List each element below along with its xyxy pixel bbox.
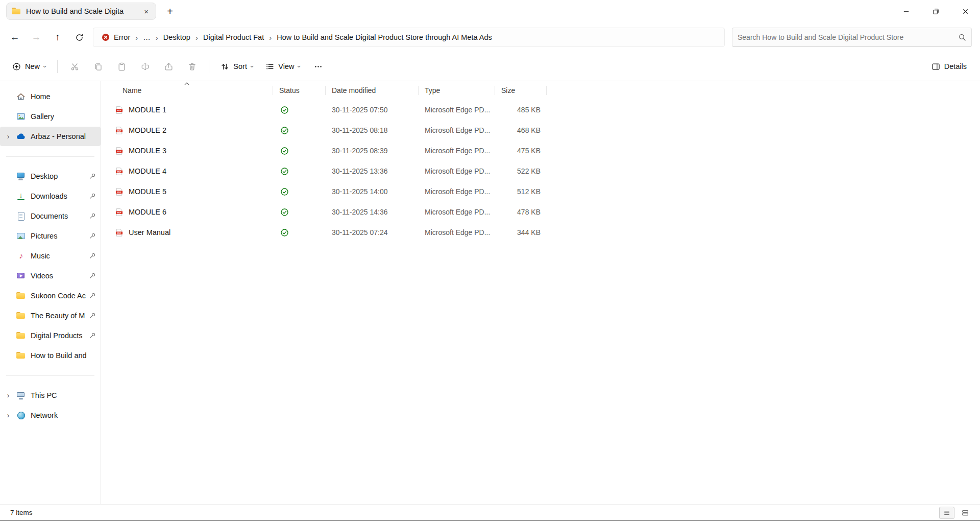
- sync-error-icon: [102, 33, 110, 41]
- search-icon[interactable]: [958, 33, 966, 41]
- videos-icon: [16, 271, 26, 280]
- music-icon: [16, 251, 26, 260]
- sync-status-icon: [280, 228, 289, 237]
- large-icons-view-toggle[interactable]: [958, 507, 973, 519]
- more-options-button[interactable]: [308, 57, 329, 76]
- svg-text:PDF: PDF: [117, 130, 121, 132]
- delete-button[interactable]: [181, 57, 203, 76]
- file-date-modified: 30-11-2025 07:50: [326, 106, 419, 114]
- folder-icon: [12, 7, 21, 16]
- file-rows: PDF MODULE 1 30-11-2025 07:50 Microsoft …: [101, 100, 980, 243]
- file-name: User Manual: [129, 228, 170, 236]
- column-header-type[interactable]: Type: [419, 81, 495, 100]
- sidebar-item-pictures[interactable]: Pictures: [0, 226, 101, 246]
- file-size: 512 KB: [495, 187, 547, 196]
- up-button[interactable]: ↑: [47, 28, 68, 47]
- chevron-right-icon[interactable]: ›: [0, 412, 16, 419]
- view-button[interactable]: View ›: [260, 57, 306, 76]
- view-toggles: [939, 507, 973, 519]
- pin-icon: [87, 212, 97, 220]
- column-header-date-modified[interactable]: Date modified: [326, 81, 419, 100]
- new-tab-button[interactable]: +: [162, 4, 178, 19]
- sidebar-item-documents[interactable]: Documents: [0, 206, 101, 226]
- file-row[interactable]: PDF MODULE 1 30-11-2025 07:50 Microsoft …: [101, 100, 980, 120]
- explorer-tab[interactable]: How to Build and Scale Digita ×: [6, 3, 156, 20]
- rename-button[interactable]: [134, 57, 156, 76]
- file-explorer-window: How to Build and Scale Digita × + ← → ↑: [0, 0, 980, 521]
- paste-button[interactable]: [111, 57, 132, 76]
- file-type: Microsoft Edge PD...: [419, 106, 495, 114]
- chevron-down-icon: ›: [42, 65, 48, 67]
- maximize-restore-button[interactable]: [921, 0, 950, 22]
- breadcrumb-segment-current[interactable]: How to Build and Scale Digital Product S…: [273, 31, 496, 44]
- sidebar-item-how-to-build-and-s[interactable]: How to Build and S: [0, 346, 101, 365]
- sort-button[interactable]: Sort ›: [215, 57, 258, 76]
- breadcrumb-collapsed[interactable]: …: [139, 31, 155, 44]
- sidebar-item-network[interactable]: › Network: [0, 406, 101, 425]
- file-row[interactable]: PDF MODULE 5 30-11-2025 14:00 Microsoft …: [101, 181, 980, 202]
- sidebar-item-onedrive[interactable]: › Arbaz - Personal: [0, 127, 101, 146]
- sidebar-item-digital-products[interactable]: Digital Products: [0, 326, 101, 345]
- file-type: Microsoft Edge PD...: [419, 208, 495, 216]
- toolbar-divider: [209, 60, 209, 73]
- column-header-status[interactable]: Status: [273, 81, 326, 100]
- forward-button[interactable]: →: [26, 28, 47, 47]
- file-date-modified: 30-11-2025 14:00: [326, 187, 419, 196]
- chevron-right-icon[interactable]: ›: [0, 133, 16, 140]
- tab-close-icon[interactable]: ×: [142, 7, 151, 16]
- main-content: Home Gallery ›: [0, 81, 980, 504]
- minimize-button[interactable]: [891, 0, 921, 22]
- file-type: Microsoft Edge PD...: [419, 167, 495, 175]
- file-row[interactable]: PDF MODULE 2 30-11-2025 08:18 Microsoft …: [101, 120, 980, 140]
- column-header-name[interactable]: Name: [101, 81, 273, 100]
- column-headers: Name Status Date modified Type Size: [101, 81, 980, 100]
- window-controls: [891, 0, 980, 22]
- sidebar-item-desktop[interactable]: Desktop: [0, 167, 101, 186]
- file-row[interactable]: PDF MODULE 3 30-11-2025 08:39 Microsoft …: [101, 140, 980, 161]
- back-button[interactable]: ←: [4, 28, 26, 47]
- sidebar-section-divider: [0, 366, 101, 385]
- file-type: Microsoft Edge PD...: [419, 147, 495, 155]
- this-pc-icon: [16, 391, 26, 400]
- network-icon: [16, 411, 26, 420]
- chevron-right-icon[interactable]: ›: [0, 392, 16, 399]
- svg-text:PDF: PDF: [117, 109, 121, 111]
- sidebar-item-gallery[interactable]: Gallery: [0, 107, 101, 126]
- copy-button[interactable]: [87, 57, 109, 76]
- file-date-modified: 30-11-2025 08:39: [326, 147, 419, 155]
- pin-icon: [87, 252, 97, 259]
- search-input[interactable]: [738, 33, 954, 41]
- new-button[interactable]: New ›: [7, 57, 51, 76]
- sidebar-item-music[interactable]: Music: [0, 246, 101, 266]
- sidebar-item-this-pc[interactable]: › This PC: [0, 386, 101, 405]
- sync-status-icon: [280, 208, 289, 217]
- address-bar[interactable]: Error › … › Desktop › Digital Product Fa…: [93, 28, 725, 47]
- breadcrumb-error-chip[interactable]: Error: [97, 31, 134, 44]
- cut-button[interactable]: [64, 57, 85, 76]
- pin-icon: [87, 173, 97, 180]
- file-row[interactable]: PDF MODULE 4 30-11-2025 13:36 Microsoft …: [101, 161, 980, 181]
- sidebar-item-downloads[interactable]: Downloads: [0, 186, 101, 206]
- breadcrumb-segment-desktop[interactable]: Desktop: [159, 31, 194, 44]
- refresh-button[interactable]: [68, 28, 90, 47]
- file-name: MODULE 2: [129, 126, 166, 134]
- pin-icon: [87, 292, 97, 299]
- tab-title: How to Build and Scale Digita: [26, 7, 137, 15]
- sidebar-item-home[interactable]: Home: [0, 87, 101, 106]
- share-button[interactable]: [158, 57, 179, 76]
- file-row[interactable]: PDF MODULE 6 30-11-2025 14:36 Microsoft …: [101, 202, 980, 222]
- sidebar-item-videos[interactable]: Videos: [0, 266, 101, 286]
- sync-status-icon: [280, 126, 289, 135]
- details-pane-icon: [932, 62, 940, 71]
- details-view-toggle[interactable]: [939, 507, 954, 519]
- file-row[interactable]: PDF User Manual 30-11-2025 07:24 Microso…: [101, 222, 980, 243]
- details-pane-button[interactable]: Details: [926, 57, 972, 76]
- close-button[interactable]: [950, 0, 980, 22]
- column-header-size[interactable]: Size: [495, 81, 547, 100]
- file-name: MODULE 6: [129, 208, 166, 216]
- pin-icon: [87, 232, 97, 240]
- pdf-file-icon: PDF: [114, 207, 124, 217]
- sidebar-item-the-beauty-of-m[interactable]: The Beauty of M: [0, 306, 101, 325]
- sidebar-item-sukoon-code-ac[interactable]: Sukoon Code Ac: [0, 286, 101, 305]
- breadcrumb-segment-parent[interactable]: Digital Product Fat: [199, 31, 268, 44]
